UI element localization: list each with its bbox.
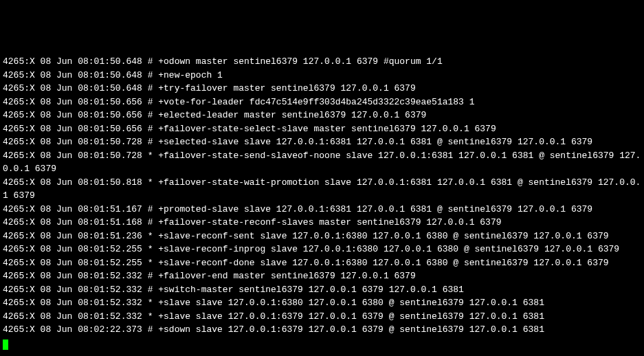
terminal-output: 4265:X 08 Jun 08:01:50.648 # +odown mast… xyxy=(3,55,641,350)
log-line: 4265:X 08 Jun 08:01:50.648 # +odown mast… xyxy=(3,55,641,69)
log-line: 4265:X 08 Jun 08:01:52.255 * +slave-reco… xyxy=(3,256,641,270)
log-line: 4265:X 08 Jun 08:01:52.332 # +switch-mas… xyxy=(3,283,641,297)
log-line: 4265:X 08 Jun 08:01:52.332 * +slave slav… xyxy=(3,310,641,324)
log-line: 4265:X 08 Jun 08:01:50.818 * +failover-s… xyxy=(3,176,641,203)
log-line: 4265:X 08 Jun 08:01:52.255 * +slave-reco… xyxy=(3,243,641,256)
log-line: 4265:X 08 Jun 08:01:50.648 # +new-epoch … xyxy=(3,69,641,82)
log-line: 4265:X 08 Jun 08:01:51.167 # +promoted-s… xyxy=(3,203,641,216)
log-line: 4265:X 08 Jun 08:01:50.656 # +elected-le… xyxy=(3,109,641,122)
terminal-cursor[interactable] xyxy=(3,340,8,350)
log-line: 4265:X 08 Jun 08:02:22.373 # +sdown slav… xyxy=(3,323,641,337)
log-line: 4265:X 08 Jun 08:01:50.656 # +vote-for-l… xyxy=(3,96,641,109)
log-line: 4265:X 08 Jun 08:01:51.168 # +failover-s… xyxy=(3,216,641,230)
log-line: 4265:X 08 Jun 08:01:51.236 * +slave-reco… xyxy=(3,230,641,243)
log-line: 4265:X 08 Jun 08:01:50.648 # +try-failov… xyxy=(3,82,641,96)
log-line: 4265:X 08 Jun 08:01:52.332 # +failover-e… xyxy=(3,269,641,283)
log-line: 4265:X 08 Jun 08:01:50.728 * +failover-s… xyxy=(3,149,641,176)
log-line: 4265:X 08 Jun 08:01:52.332 * +slave slav… xyxy=(3,296,641,310)
log-line: 4265:X 08 Jun 08:01:50.728 # +selected-s… xyxy=(3,135,641,149)
log-line: 4265:X 08 Jun 08:01:50.656 # +failover-s… xyxy=(3,122,641,136)
